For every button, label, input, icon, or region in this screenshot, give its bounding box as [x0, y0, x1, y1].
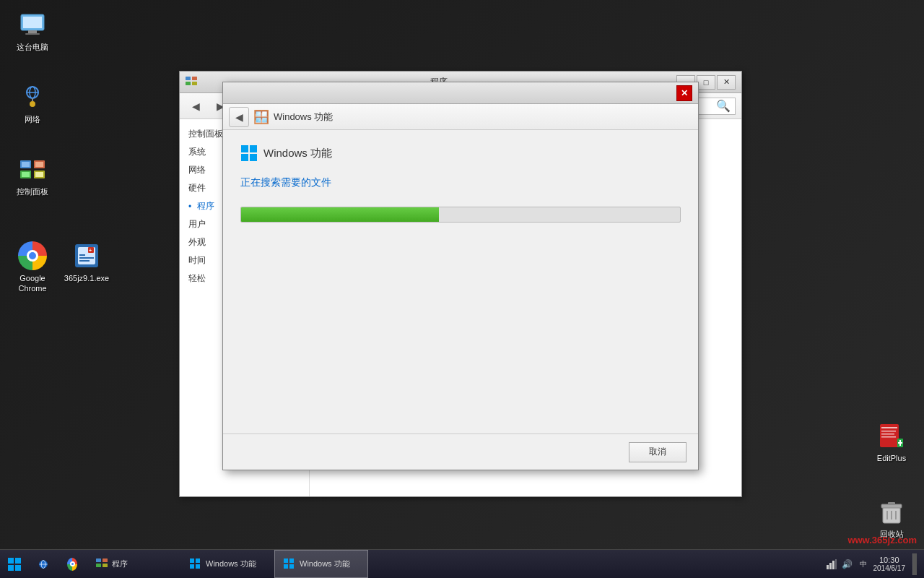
network-icon — [18, 82, 47, 111]
feature-close-button[interactable]: ✕ — [676, 85, 692, 101]
svg-rect-66 — [829, 563, 832, 569]
desktop-icon-chrome[interactable]: Google Chrome — [7, 238, 58, 297]
svg-point-7 — [30, 101, 35, 107]
svg-rect-56 — [103, 564, 108, 567]
taskbar-item-chrome[interactable] — [58, 550, 87, 578]
svg-text:+: + — [89, 248, 92, 253]
feature-dialog-footer: 取消 — [223, 434, 698, 470]
programs-taskbar-label: 程序 — [112, 558, 128, 569]
feature-dialog: ✕ ◀ 🪟 Windows 功能 Windows 功能 正在搜索需要的文件 — [222, 82, 699, 470]
svg-rect-65 — [827, 565, 829, 569]
svg-rect-39 — [192, 77, 197, 80]
control-panel-icon — [18, 155, 47, 184]
svg-rect-34 — [888, 502, 895, 505]
network-label: 网络 — [25, 114, 40, 124]
editplus-icon — [877, 421, 906, 450]
svg-rect-14 — [22, 172, 30, 177]
tray-network-icon — [826, 558, 837, 570]
chrome-label: Google Chrome — [10, 273, 55, 294]
feature-dialog-titlebar: ✕ — [223, 82, 698, 104]
svg-rect-61 — [284, 558, 288, 563]
svg-rect-40 — [186, 82, 191, 85]
svg-rect-21 — [79, 260, 90, 262]
svg-rect-20 — [79, 257, 94, 259]
svg-rect-62 — [289, 558, 294, 563]
svg-rect-54 — [103, 558, 108, 562]
taskbar-item-windows-feature-2[interactable]: Windows 功能 — [274, 550, 368, 578]
svg-rect-19 — [79, 254, 85, 256]
feature-header: Windows 功能 — [240, 144, 681, 162]
svg-rect-59 — [190, 564, 194, 569]
recycle-bin-icon — [877, 497, 906, 526]
svg-rect-41 — [192, 82, 197, 85]
svg-rect-60 — [196, 564, 200, 569]
svg-rect-38 — [186, 77, 191, 80]
svg-rect-64 — [289, 564, 294, 569]
desktop-icon-control-panel[interactable]: 控制面板 — [7, 152, 58, 199]
maximize-button[interactable]: □ — [697, 75, 715, 90]
programs-taskbar-icon — [96, 558, 108, 570]
desktop-icon-editplus[interactable]: EditPlus — [866, 418, 917, 466]
back-button[interactable]: ◀ — [186, 96, 206, 116]
svg-rect-1 — [23, 17, 42, 28]
desktop-icon-my-computer[interactable]: 这台电脑 — [7, 7, 58, 55]
desktop: 这台电脑 网络 — [0, 0, 924, 578]
cancel-button[interactable]: 取消 — [629, 442, 687, 462]
svg-rect-67 — [832, 561, 834, 569]
win-feature-2-icon — [284, 558, 295, 570]
search-icon: 🔍 — [716, 99, 731, 113]
svg-rect-48 — [8, 565, 14, 571]
365jz-icon: + — [72, 241, 101, 270]
network-tray-svg — [827, 559, 837, 569]
svg-rect-57 — [190, 558, 194, 563]
progress-bar — [241, 207, 439, 222]
taskbar-item-ie[interactable] — [29, 550, 58, 578]
svg-rect-55 — [96, 564, 101, 567]
365jz-label: 365jz9.1.exe — [64, 273, 109, 283]
win-feature-2-label: Windows 功能 — [300, 558, 350, 569]
svg-rect-47 — [15, 558, 21, 564]
svg-rect-42 — [241, 145, 248, 152]
svg-rect-26 — [881, 431, 896, 432]
svg-rect-2 — [28, 30, 37, 33]
taskbar: 程序 Windows 功能 Wi — [0, 549, 924, 578]
close-button[interactable]: ✕ — [717, 75, 736, 90]
svg-rect-10 — [22, 162, 30, 167]
desktop-icon-365jz[interactable]: + 365jz9.1.exe — [61, 238, 112, 286]
feature-nav-content: 🪟 Windows 功能 — [253, 109, 692, 125]
win-feature-1-icon — [190, 558, 201, 570]
progress-container — [240, 207, 681, 223]
control-panel-label: 控制面板 — [17, 186, 48, 197]
editplus-label: EditPlus — [877, 453, 906, 463]
feature-title-nav: Windows 功能 — [274, 111, 333, 124]
taskbar-item-programs[interactable]: 程序 — [87, 550, 180, 578]
taskbar-clock: 10:30 2014/6/17 — [873, 556, 906, 572]
status-text: 正在搜索需要的文件 — [240, 176, 681, 189]
chrome-taskbar-icon — [67, 558, 77, 571]
taskbar-item-windows-feature-1[interactable]: Windows 功能 — [180, 550, 274, 578]
svg-rect-45 — [250, 154, 257, 161]
desktop-icon-network[interactable]: 网络 — [7, 79, 58, 127]
chrome-inner-taskbar — [70, 561, 75, 566]
tray-language-icon: 中 — [858, 558, 869, 570]
system-tray: 🔊 中 10:30 2014/6/17 — [819, 553, 925, 575]
svg-rect-49 — [15, 565, 21, 571]
feature-title: Windows 功能 — [263, 147, 332, 160]
clock-date: 2014/6/17 — [873, 564, 906, 572]
feature-dialog-content: Windows 功能 正在搜索需要的文件 — [223, 130, 698, 251]
feature-back-button[interactable]: ◀ — [229, 107, 249, 127]
svg-rect-25 — [881, 427, 897, 428]
show-desktop-button[interactable] — [912, 553, 917, 575]
start-icon — [7, 557, 22, 571]
start-button[interactable] — [0, 550, 29, 579]
svg-rect-43 — [250, 145, 257, 152]
svg-rect-68 — [835, 559, 837, 569]
svg-rect-63 — [284, 564, 288, 569]
clock-time: 10:30 — [873, 556, 906, 564]
svg-rect-28 — [881, 436, 896, 438]
svg-rect-27 — [881, 434, 894, 435]
svg-rect-12 — [35, 162, 43, 167]
chrome-icon — [18, 241, 47, 270]
tray-volume-icon: 🔊 — [842, 558, 853, 570]
svg-rect-53 — [96, 558, 101, 562]
